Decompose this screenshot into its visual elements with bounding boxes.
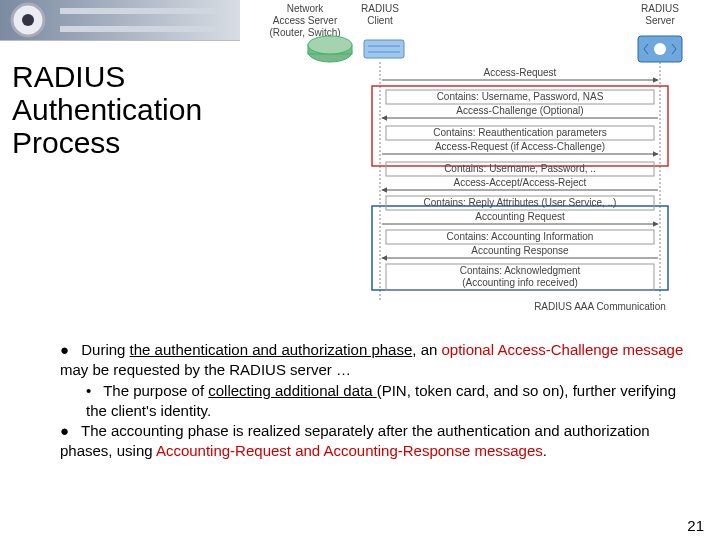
page-title: RADIUS Authentication Process [12,60,222,159]
svg-rect-2 [60,8,220,14]
radius-sequence-diagram: Network Access Server (Router, Switch) R… [240,0,710,320]
svg-text:Contains: Username, Password, : Contains: Username, Password, NAS [437,91,604,102]
svg-rect-11 [364,40,404,58]
diagram-caption: RADIUS AAA Communication [534,301,666,312]
server-icon [638,36,682,62]
nas-label: Network [287,3,325,14]
router-icon [308,36,352,62]
svg-text:Client: Client [367,15,393,26]
svg-text:Contains: Reauthentication par: Contains: Reauthentication parameters [433,127,606,138]
msg-access-request: Access-Request [484,67,557,78]
svg-point-10 [308,36,352,54]
slide-bullets: During the authentication and authorizat… [40,340,690,462]
radius-client-label: RADIUS [361,3,399,14]
radius-server-label: RADIUS [641,3,679,14]
svg-text:Contains: Acknowledgment: Contains: Acknowledgment [460,265,581,276]
svg-text:Server: Server [645,15,675,26]
msg-access-request-2: Access-Request (if Access-Challenge) [435,141,605,152]
msg-accounting-response: Accounting Response [471,245,569,256]
switch-icon [364,40,404,58]
bullet-1-sub: The purpose of collecting additional dat… [86,381,690,422]
svg-text:Contains: Reply Attributes (Us: Contains: Reply Attributes (User Service… [424,197,617,208]
bullet-1: During the authentication and authorizat… [60,340,690,381]
svg-text:Contains: Username, Password, : Contains: Username, Password, .. [444,163,596,174]
page-number: 21 [687,517,704,534]
svg-rect-3 [60,26,220,32]
msg-access-accept-reject: Access-Accept/Access-Reject [454,177,587,188]
msg-accounting-request: Accounting Request [475,211,565,222]
bullet-2: The accounting phase is realized separat… [60,421,690,462]
msg-access-challenge: Access-Challenge (Optional) [456,105,583,116]
svg-point-15 [654,43,666,55]
page-banner [0,0,240,41]
svg-point-1 [22,14,34,26]
svg-text:(Accounting info received): (Accounting info received) [462,277,578,288]
svg-text:Contains: Accounting Informati: Contains: Accounting Information [447,231,594,242]
svg-text:Access Server: Access Server [273,15,338,26]
